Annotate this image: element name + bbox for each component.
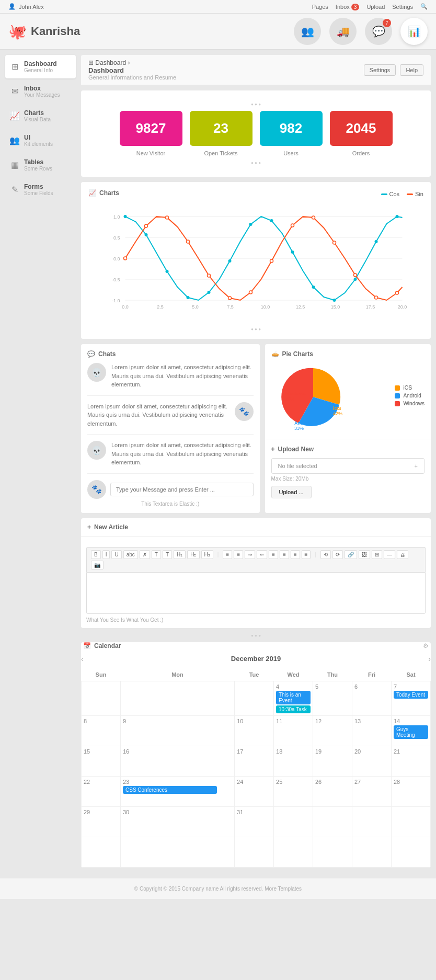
cal-day-16: 16 bbox=[120, 746, 234, 776]
editor-font[interactable]: T bbox=[152, 550, 161, 559]
editor-print[interactable]: 🖨 bbox=[397, 550, 408, 559]
editor-image[interactable]: 🖼 bbox=[359, 550, 370, 559]
sidebar-item-forms[interactable]: ✎ Forms Some Fields bbox=[5, 178, 76, 201]
pie-legend: iOS Android Windows bbox=[395, 385, 424, 406]
editor-align-center[interactable]: ≡ bbox=[280, 550, 289, 559]
cal-day-14[interactable]: 14 Guys Meeting bbox=[391, 715, 430, 746]
cal-week-6 bbox=[82, 837, 431, 867]
editor-h2[interactable]: H₂ bbox=[187, 550, 199, 559]
svg-point-39 bbox=[249, 291, 253, 294]
editor-link[interactable]: 🔗 bbox=[345, 550, 357, 559]
editor-align-right[interactable]: ≡ bbox=[291, 550, 300, 559]
tables-icon: ▦ bbox=[9, 160, 20, 170]
event-css-conferences[interactable]: CSS Conferences bbox=[123, 786, 217, 794]
cal-extra-1 bbox=[82, 837, 121, 867]
calendar-settings-icon[interactable]: ⚙ bbox=[423, 642, 429, 649]
svg-point-31 bbox=[375, 240, 378, 243]
stats-cards: 9827 New Visitor 23 Open Tickets 982 Use… bbox=[88, 111, 423, 156]
cal-extra-7 bbox=[391, 837, 430, 867]
event-task[interactable]: 10:30a Task bbox=[276, 705, 311, 713]
editor-italic[interactable]: I bbox=[102, 550, 110, 559]
avatar-input: 🐾 bbox=[87, 480, 106, 499]
nav-truck-btn[interactable]: 🚚 bbox=[329, 18, 357, 45]
search-icon[interactable]: 🔍 bbox=[420, 3, 428, 10]
forms-icon: ✎ bbox=[9, 185, 20, 195]
cal-day-24: 24 bbox=[235, 776, 274, 806]
editor-h1[interactable]: H₁ bbox=[174, 550, 186, 559]
editor-undo[interactable]: ⟲ bbox=[320, 550, 331, 559]
cal-next-btn[interactable]: › bbox=[428, 655, 431, 663]
cos-dot bbox=[381, 193, 387, 195]
settings-btn[interactable]: Settings bbox=[364, 64, 396, 76]
editor-h3[interactable]: H₃ bbox=[201, 550, 213, 559]
cal-day-6: 6 bbox=[352, 681, 391, 715]
sidebar-item-ui[interactable]: 👥 UI Kit elements bbox=[5, 129, 76, 152]
inbox-link[interactable]: Inbox 3 bbox=[336, 4, 360, 10]
nav-chart-btn[interactable]: 📊 bbox=[400, 18, 428, 45]
cal-day-empty3 bbox=[352, 806, 391, 837]
sidebar-item-inbox[interactable]: ✉ Inbox Your Messages bbox=[5, 79, 76, 103]
event-today[interactable]: Today Event bbox=[394, 691, 428, 699]
stat-label-visitors: New Visitor bbox=[120, 150, 182, 156]
settings-link[interactable]: Settings bbox=[392, 4, 413, 10]
footer: © Copyright © 2015 Company name All righ… bbox=[0, 878, 436, 899]
cal-day-7[interactable]: 7 Today Event bbox=[391, 681, 430, 715]
sidebar-item-charts[interactable]: 📈 Charts Visual Data bbox=[5, 104, 76, 128]
dots-3: ● ● ● bbox=[81, 324, 431, 335]
chat-input[interactable] bbox=[110, 483, 254, 496]
svg-point-22 bbox=[187, 296, 190, 299]
cal-day bbox=[82, 681, 121, 715]
editor-underline[interactable]: U bbox=[111, 550, 121, 559]
event-guys-meeting[interactable]: Guys Meeting bbox=[394, 725, 428, 739]
nav-users-btn[interactable]: 👥 bbox=[294, 18, 321, 45]
editor-indent[interactable]: ⇒ bbox=[245, 550, 255, 559]
cal-day-empty1 bbox=[274, 806, 313, 837]
editor-hr[interactable]: — bbox=[384, 550, 395, 559]
chat-text-2: Lorem ipsum dolor sit amet, consectetur … bbox=[87, 402, 230, 428]
help-btn[interactable]: Help bbox=[400, 64, 423, 76]
editor-strikethrough[interactable]: abc bbox=[123, 550, 138, 559]
editor-align-left[interactable]: ≡ bbox=[269, 550, 278, 559]
sidebar-item-tables[interactable]: ▦ Tables Some Rows bbox=[5, 153, 76, 177]
pages-link[interactable]: Pages bbox=[312, 4, 328, 10]
svg-point-34 bbox=[145, 224, 148, 227]
editor-source[interactable]: 📷 bbox=[91, 561, 104, 569]
file-selected-label: No file selected bbox=[278, 463, 317, 469]
svg-text:2.5: 2.5 bbox=[157, 304, 164, 310]
editor-font2[interactable]: T bbox=[163, 550, 172, 559]
stat-box-users: 982 bbox=[260, 111, 323, 146]
editor-list-ul[interactable]: ≡ bbox=[223, 550, 232, 559]
editor-redo[interactable]: ⟳ bbox=[332, 550, 343, 559]
legend-cos: Cos bbox=[381, 191, 400, 197]
editor-section: + New Article B I U abc ✗ T T H₁ H₂ H₃ |… bbox=[81, 518, 431, 628]
chart-svg: 1.0 0.5 0.0 -0.5 -1.0 0.0 2.5 5.0 7.5 10… bbox=[88, 206, 423, 311]
svg-point-23 bbox=[208, 291, 211, 294]
cal-day-4[interactable]: 4 This is an Event 10:30a Task bbox=[274, 681, 313, 715]
sidebar-sub-inbox: Your Messages bbox=[24, 92, 60, 98]
stat-card-tickets: 23 Open Tickets bbox=[190, 111, 253, 156]
chat-text-1: Lorem ipsum dolor sit amet, consectetur … bbox=[111, 363, 254, 389]
cal-day-23[interactable]: 23 CSS Conferences bbox=[120, 776, 234, 806]
editor-bold[interactable]: B bbox=[91, 550, 101, 559]
svg-text:10.0: 10.0 bbox=[261, 304, 270, 310]
cal-day-26: 26 bbox=[313, 776, 352, 806]
editor-body[interactable] bbox=[86, 572, 426, 614]
event-this-is-an-event[interactable]: This is an Event bbox=[276, 691, 311, 704]
editor-align-justify[interactable]: ≡ bbox=[302, 550, 311, 559]
charts-title: 📈 Charts bbox=[88, 189, 119, 197]
cal-day-13: 13 bbox=[352, 715, 391, 746]
editor-clear[interactable]: ✗ bbox=[140, 550, 150, 559]
upload-btn[interactable]: Upload ... bbox=[271, 486, 312, 498]
cal-day bbox=[120, 681, 234, 715]
svg-point-42 bbox=[312, 216, 315, 219]
sidebar-item-dashboard[interactable]: ⊞ Dashboard General Info bbox=[5, 55, 76, 78]
sidebar-label-charts: Charts bbox=[24, 109, 51, 117]
nav-chat-btn[interactable]: 💬 7 bbox=[365, 18, 392, 45]
editor-outdent[interactable]: ⇐ bbox=[257, 550, 267, 559]
editor-list-ol[interactable]: ≡ bbox=[234, 550, 243, 559]
line-chart: 1.0 0.5 0.0 -0.5 -1.0 0.0 2.5 5.0 7.5 10… bbox=[88, 206, 423, 312]
editor-table[interactable]: ⊞ bbox=[372, 550, 382, 559]
upload-link[interactable]: Upload bbox=[366, 4, 385, 10]
cal-day-empty2 bbox=[313, 806, 352, 837]
cal-day-29: 29 bbox=[82, 806, 121, 837]
